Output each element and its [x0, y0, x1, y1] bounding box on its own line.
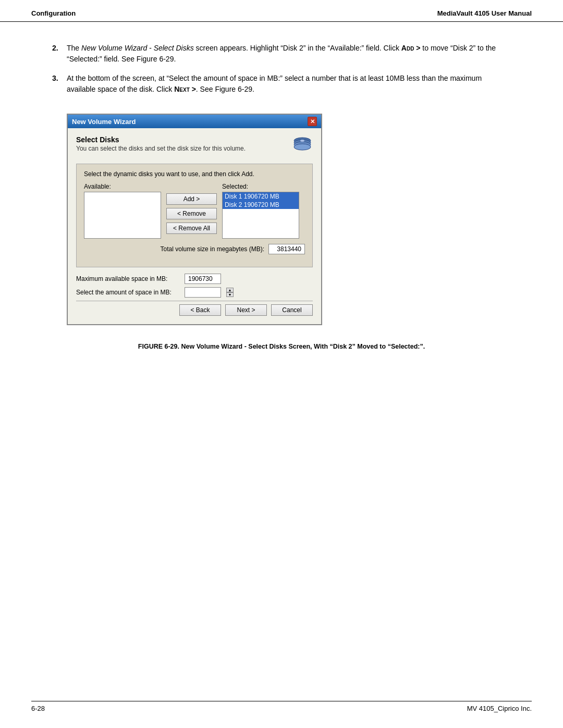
disk-action-buttons: Add > < Remove < Remove All: [166, 183, 217, 234]
panel-instruction: Select the dynamic disks you want to use…: [84, 170, 305, 178]
section-title: Select Disks: [76, 135, 246, 144]
total-label: Total volume size in megabytes (MB):: [161, 245, 264, 253]
header-right: MediaVault 4105 User Manual: [437, 9, 532, 17]
selected-label: Selected:: [222, 183, 299, 190]
window-body: Select Disks You can select the disks an…: [68, 128, 321, 324]
select-space-input[interactable]: [185, 287, 221, 298]
selected-listbox[interactable]: Disk 1 1906720 MBDisk 2 1906720 MB: [222, 192, 299, 239]
step-list: 2. The New Volume Wizard - Select Disks …: [52, 43, 511, 95]
max-space-label: Maximum available space in MB:: [76, 275, 180, 282]
main-content: 2. The New Volume Wizard - Select Disks …: [0, 22, 563, 381]
figure-caption: FIGURE 6-29. New Volume Wizard - Select …: [83, 343, 480, 350]
step2-cmd-add: Add >: [401, 44, 421, 52]
selected-column: Selected: Disk 1 1906720 MBDisk 2 190672…: [222, 183, 299, 239]
step-3: 3. At the bottom of the screen, at “Sele…: [52, 73, 511, 95]
svg-point-7: [300, 140, 304, 142]
figure-caption-text: FIGURE 6-29. New Volume Wizard - Select …: [138, 343, 425, 350]
step-text-2: The New Volume Wizard - Select Disks scr…: [67, 43, 511, 65]
header-left: Configuration: [31, 9, 76, 17]
footer-page-number: 6-28: [31, 705, 45, 712]
page-header: Configuration MediaVault 4105 User Manua…: [0, 0, 563, 22]
available-listbox[interactable]: [84, 192, 161, 239]
window-footer: < Back Next > Cancel: [76, 301, 313, 317]
spinner-up[interactable]: ▲: [226, 288, 234, 292]
step-number-2: 2.: [52, 43, 67, 65]
max-space-value: 1906730: [185, 274, 221, 284]
available-label: Available:: [84, 183, 161, 190]
step-2: 2. The New Volume Wizard - Select Disks …: [52, 43, 511, 65]
cancel-button[interactable]: Cancel: [271, 304, 313, 316]
selected-disk-item[interactable]: Disk 1 1906720 MB: [223, 192, 299, 201]
section-subtitle: You can select the disks and set the dis…: [76, 145, 246, 152]
selected-items-list: Disk 1 1906720 MBDisk 2 1906720 MB: [223, 192, 299, 209]
spinner: ▲ ▼: [226, 288, 234, 297]
select-space-label: Select the amount of space in MB:: [76, 289, 180, 296]
disk-stack-icon: [292, 135, 313, 156]
disk-selection-panel: Select the dynamic disks you want to use…: [76, 164, 313, 267]
wizard-window: New Volume Wizard ✕ Select Disks You can…: [67, 114, 322, 325]
spinner-down[interactable]: ▼: [226, 292, 234, 297]
step-number-3: 3.: [52, 73, 67, 95]
page-footer: 6-28 MV 4105_Ciprico Inc.: [31, 701, 532, 712]
max-space-row: Maximum available space in MB: 1906730: [76, 274, 313, 284]
remove-all-button[interactable]: < Remove All: [166, 223, 217, 234]
available-column: Available:: [84, 183, 161, 239]
footer-company: MV 4105_Ciprico Inc.: [467, 705, 532, 712]
total-value: 3813440: [268, 244, 305, 254]
select-space-row: Select the amount of space in MB: ▲ ▼: [76, 287, 313, 298]
back-button[interactable]: < Back: [179, 304, 221, 316]
step3-cmd-next: Next >: [174, 85, 196, 93]
disk-columns: Available: Add > < Remove < Remove All S…: [84, 183, 305, 239]
remove-button[interactable]: < Remove: [166, 208, 217, 219]
step2-italic: New Volume Wizard - Select Disks: [81, 44, 194, 52]
window-title: New Volume Wizard: [72, 118, 136, 126]
svg-point-6: [294, 144, 311, 150]
window-section-header: Select Disks You can select the disks an…: [76, 135, 313, 156]
step-text-3: At the bottom of the screen, at “Select …: [67, 73, 511, 95]
window-close-button[interactable]: ✕: [308, 117, 317, 126]
selected-disk-item[interactable]: Disk 2 1906720 MB: [223, 201, 299, 209]
add-button[interactable]: Add >: [166, 193, 217, 205]
total-volume-row: Total volume size in megabytes (MB): 381…: [84, 244, 305, 254]
next-button[interactable]: Next >: [225, 304, 267, 316]
window-titlebar: New Volume Wizard ✕: [68, 115, 321, 128]
